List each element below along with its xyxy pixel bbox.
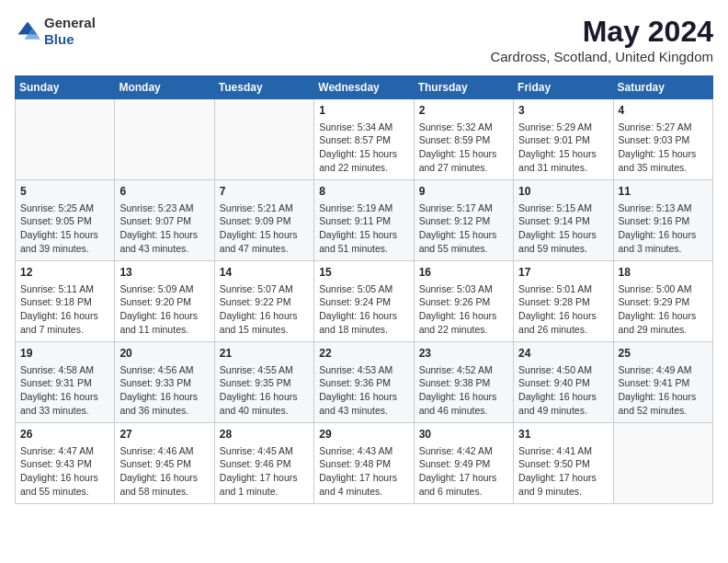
calendar-cell: 31Sunrise: 4:41 AMSunset: 9:50 PMDayligh… — [514, 423, 613, 504]
day-info: Sunrise: 5:29 AMSunset: 9:01 PMDaylight:… — [518, 121, 608, 175]
logo-general: General — [44, 15, 96, 30]
calendar-cell: 4Sunrise: 5:27 AMSunset: 9:03 PMDaylight… — [613, 99, 712, 180]
day-number: 9 — [419, 184, 508, 200]
calendar-cell: 30Sunrise: 4:42 AMSunset: 9:49 PMDayligh… — [414, 423, 513, 504]
calendar-title: May 2024 — [490, 15, 713, 49]
day-number: 22 — [319, 346, 408, 362]
header-row: Sunday Monday Tuesday Wednesday Thursday… — [16, 76, 713, 99]
col-tuesday: Tuesday — [214, 76, 313, 99]
day-info: Sunrise: 5:11 AMSunset: 9:18 PMDaylight:… — [20, 282, 109, 337]
day-number: 16 — [419, 265, 508, 281]
col-sunday: Sunday — [16, 76, 115, 99]
day-info: Sunrise: 5:03 AMSunset: 9:26 PMDaylight:… — [419, 282, 508, 337]
day-number: 21 — [220, 346, 309, 362]
day-number: 20 — [119, 346, 209, 362]
day-number: 12 — [20, 265, 109, 281]
day-number: 3 — [518, 103, 608, 119]
day-number: 24 — [518, 346, 608, 362]
logo-text: General Blue — [44, 15, 96, 48]
day-info: Sunrise: 5:07 AMSunset: 9:22 PMDaylight:… — [220, 282, 309, 337]
day-number: 18 — [619, 265, 708, 281]
day-number: 19 — [20, 346, 109, 362]
calendar-cell: 11Sunrise: 5:13 AMSunset: 9:16 PMDayligh… — [613, 180, 712, 261]
calendar-cell: 10Sunrise: 5:15 AMSunset: 9:14 PMDayligh… — [514, 180, 613, 261]
calendar-cell — [613, 423, 712, 504]
day-info: Sunrise: 4:47 AMSunset: 9:43 PMDaylight:… — [20, 444, 109, 499]
page-container: General Blue May 2024 Cardross, Scotland… — [15, 15, 713, 504]
day-number: 17 — [518, 265, 608, 281]
day-info: Sunrise: 4:53 AMSunset: 9:36 PMDaylight:… — [319, 363, 408, 418]
logo-blue: Blue — [44, 31, 74, 47]
calendar-cell — [214, 99, 313, 180]
calendar-cell: 20Sunrise: 4:56 AMSunset: 9:33 PMDayligh… — [115, 342, 214, 423]
week-row-2: 12Sunrise: 5:11 AMSunset: 9:18 PMDayligh… — [16, 261, 713, 342]
calendar-cell: 8Sunrise: 5:19 AMSunset: 9:11 PMDaylight… — [314, 180, 414, 261]
day-info: Sunrise: 4:50 AMSunset: 9:40 PMDaylight:… — [518, 363, 608, 418]
calendar-cell: 26Sunrise: 4:47 AMSunset: 9:43 PMDayligh… — [16, 423, 115, 504]
calendar-cell: 21Sunrise: 4:55 AMSunset: 9:35 PMDayligh… — [214, 342, 313, 423]
col-monday: Monday — [115, 76, 214, 99]
day-info: Sunrise: 5:17 AMSunset: 9:12 PMDaylight:… — [419, 201, 508, 256]
week-row-1: 5Sunrise: 5:25 AMSunset: 9:05 PMDaylight… — [16, 180, 713, 261]
day-info: Sunrise: 5:32 AMSunset: 8:59 PMDaylight:… — [419, 121, 508, 175]
day-info: Sunrise: 5:00 AMSunset: 9:29 PMDaylight:… — [619, 282, 708, 337]
day-info: Sunrise: 5:19 AMSunset: 9:11 PMDaylight:… — [319, 201, 408, 256]
day-info: Sunrise: 5:34 AMSunset: 8:57 PMDaylight:… — [319, 121, 408, 175]
day-info: Sunrise: 5:01 AMSunset: 9:28 PMDaylight:… — [518, 282, 608, 337]
calendar-cell: 5Sunrise: 5:25 AMSunset: 9:05 PMDaylight… — [16, 180, 115, 261]
day-info: Sunrise: 5:25 AMSunset: 9:05 PMDaylight:… — [20, 201, 109, 256]
logo-icon — [15, 18, 40, 44]
calendar-cell: 17Sunrise: 5:01 AMSunset: 9:28 PMDayligh… — [514, 261, 613, 342]
calendar-cell: 25Sunrise: 4:49 AMSunset: 9:41 PMDayligh… — [613, 342, 712, 423]
calendar-cell: 19Sunrise: 4:58 AMSunset: 9:31 PMDayligh… — [16, 342, 115, 423]
calendar-cell: 12Sunrise: 5:11 AMSunset: 9:18 PMDayligh… — [16, 261, 115, 342]
col-saturday: Saturday — [613, 76, 712, 99]
calendar-cell: 22Sunrise: 4:53 AMSunset: 9:36 PMDayligh… — [314, 342, 414, 423]
day-info: Sunrise: 4:46 AMSunset: 9:45 PMDaylight:… — [119, 444, 209, 499]
day-number: 5 — [20, 184, 109, 200]
week-row-4: 26Sunrise: 4:47 AMSunset: 9:43 PMDayligh… — [16, 423, 713, 504]
day-info: Sunrise: 5:13 AMSunset: 9:16 PMDaylight:… — [619, 201, 708, 256]
day-number: 15 — [319, 265, 408, 281]
calendar-cell: 3Sunrise: 5:29 AMSunset: 9:01 PMDaylight… — [514, 99, 613, 180]
col-friday: Friday — [514, 76, 613, 99]
day-info: Sunrise: 4:58 AMSunset: 9:31 PMDaylight:… — [20, 363, 109, 418]
calendar-cell: 28Sunrise: 4:45 AMSunset: 9:46 PMDayligh… — [214, 423, 313, 504]
day-number: 28 — [220, 427, 309, 442]
day-info: Sunrise: 5:27 AMSunset: 9:03 PMDaylight:… — [619, 121, 708, 175]
day-number: 25 — [619, 346, 708, 362]
day-info: Sunrise: 4:45 AMSunset: 9:46 PMDaylight:… — [220, 444, 309, 499]
day-number: 29 — [319, 427, 408, 442]
calendar-cell: 7Sunrise: 5:21 AMSunset: 9:09 PMDaylight… — [214, 180, 313, 261]
calendar-cell: 24Sunrise: 4:50 AMSunset: 9:40 PMDayligh… — [514, 342, 613, 423]
calendar-cell: 29Sunrise: 4:43 AMSunset: 9:48 PMDayligh… — [314, 423, 414, 504]
calendar-cell: 9Sunrise: 5:17 AMSunset: 9:12 PMDaylight… — [414, 180, 513, 261]
day-info: Sunrise: 4:42 AMSunset: 9:49 PMDaylight:… — [419, 444, 508, 499]
day-number: 4 — [619, 103, 708, 119]
calendar-cell: 2Sunrise: 5:32 AMSunset: 8:59 PMDaylight… — [414, 99, 513, 180]
day-number: 7 — [220, 184, 309, 200]
calendar-subtitle: Cardross, Scotland, United Kingdom — [490, 49, 713, 64]
week-row-3: 19Sunrise: 4:58 AMSunset: 9:31 PMDayligh… — [16, 342, 713, 423]
day-number: 23 — [419, 346, 508, 362]
calendar-cell: 18Sunrise: 5:00 AMSunset: 9:29 PMDayligh… — [613, 261, 712, 342]
day-info: Sunrise: 5:05 AMSunset: 9:24 PMDaylight:… — [319, 282, 408, 337]
day-info: Sunrise: 5:23 AMSunset: 9:07 PMDaylight:… — [119, 201, 209, 256]
header: General Blue May 2024 Cardross, Scotland… — [15, 15, 713, 64]
day-number: 13 — [119, 265, 209, 281]
logo: General Blue — [15, 15, 96, 48]
calendar-table: Sunday Monday Tuesday Wednesday Thursday… — [15, 75, 713, 504]
day-info: Sunrise: 5:09 AMSunset: 9:20 PMDaylight:… — [119, 282, 209, 337]
day-info: Sunrise: 5:21 AMSunset: 9:09 PMDaylight:… — [220, 201, 309, 256]
day-number: 11 — [619, 184, 708, 200]
title-block: May 2024 Cardross, Scotland, United King… — [490, 15, 713, 64]
calendar-cell: 15Sunrise: 5:05 AMSunset: 9:24 PMDayligh… — [314, 261, 414, 342]
calendar-cell: 13Sunrise: 5:09 AMSunset: 9:20 PMDayligh… — [115, 261, 214, 342]
day-info: Sunrise: 4:55 AMSunset: 9:35 PMDaylight:… — [220, 363, 309, 418]
day-info: Sunrise: 4:52 AMSunset: 9:38 PMDaylight:… — [419, 363, 508, 418]
day-number: 2 — [419, 103, 508, 119]
day-info: Sunrise: 4:49 AMSunset: 9:41 PMDaylight:… — [619, 363, 708, 418]
week-row-0: 1Sunrise: 5:34 AMSunset: 8:57 PMDaylight… — [16, 99, 713, 180]
day-number: 6 — [119, 184, 209, 200]
day-number: 14 — [220, 265, 309, 281]
